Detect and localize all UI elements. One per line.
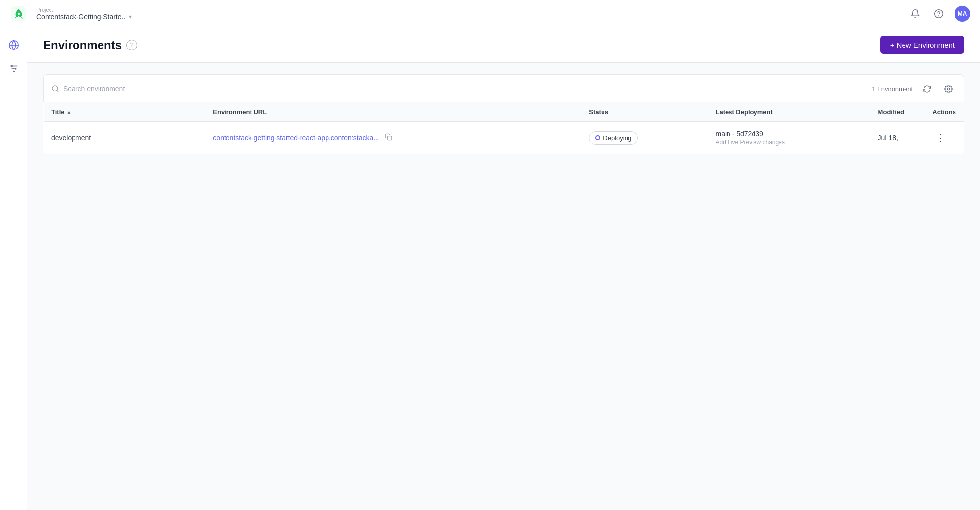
cell-modified: Jul 18, bbox=[870, 122, 925, 154]
page-header: Environments ? + New Environment bbox=[27, 27, 980, 63]
svg-point-12 bbox=[52, 86, 58, 91]
svg-point-14 bbox=[947, 88, 949, 90]
toolbar-right: 1 Environment bbox=[872, 81, 956, 97]
cell-url: contentstack-getting-started-react-app.c… bbox=[205, 122, 581, 154]
deployment-commit: main - 5d72d39 bbox=[715, 130, 862, 138]
project-label: Project bbox=[36, 7, 132, 13]
table-row: development contentstack-getting-started… bbox=[44, 122, 964, 154]
deployment-sub: Add Live Preview changes bbox=[715, 139, 862, 146]
search-input[interactable] bbox=[63, 85, 161, 93]
search-icon bbox=[51, 85, 59, 93]
status-badge: Deploying bbox=[589, 131, 638, 145]
th-status: Status bbox=[581, 102, 707, 122]
status-text: Deploying bbox=[603, 134, 631, 142]
help-icon[interactable]: ? bbox=[126, 40, 137, 50]
th-url: Environment URL bbox=[205, 102, 581, 122]
svg-rect-15 bbox=[388, 136, 392, 140]
deployment-info: main - 5d72d39 Add Live Preview changes bbox=[715, 130, 862, 146]
sort-arrow-icon: ▲ bbox=[67, 109, 72, 115]
sidebar-item-filters[interactable] bbox=[4, 59, 24, 78]
dropdown-arrow-icon: ▾ bbox=[129, 13, 132, 20]
cell-deployment: main - 5d72d39 Add Live Preview changes bbox=[707, 122, 870, 154]
row-actions-button[interactable]: ⋮ bbox=[932, 130, 949, 145]
svg-point-11 bbox=[13, 71, 15, 73]
nav-right: MA bbox=[907, 6, 970, 22]
th-deployment: Latest Deployment bbox=[707, 102, 870, 122]
svg-point-1 bbox=[18, 12, 20, 15]
table-header-row: Title ▲ Environment URL Status Latest De… bbox=[44, 102, 964, 122]
environments-table: Title ▲ Environment URL Status Latest De… bbox=[43, 102, 964, 154]
th-title[interactable]: Title ▲ bbox=[44, 102, 205, 122]
svg-point-9 bbox=[11, 65, 13, 67]
th-modified: Modified bbox=[870, 102, 925, 122]
notifications-button[interactable] bbox=[907, 6, 923, 22]
env-url-link[interactable]: contentstack-getting-started-react-app.c… bbox=[213, 134, 379, 142]
svg-point-2 bbox=[935, 9, 943, 18]
cell-title: development bbox=[44, 122, 205, 154]
main-layout: Environments ? + New Environment 1 Envir… bbox=[0, 27, 980, 510]
top-nav: Project Contentstack-Getting-Starte... ▾… bbox=[0, 0, 980, 27]
page-title-wrap: Environments ? bbox=[43, 38, 137, 52]
table-container: 1 Environment bbox=[27, 63, 980, 510]
status-dot-icon bbox=[595, 135, 600, 140]
url-cell: contentstack-getting-started-react-app.c… bbox=[213, 132, 573, 143]
table-toolbar: 1 Environment bbox=[43, 74, 964, 102]
project-name[interactable]: Contentstack-Getting-Starte... ▾ bbox=[36, 13, 132, 21]
new-environment-button[interactable]: + New Environment bbox=[880, 36, 964, 54]
cell-actions: ⋮ bbox=[925, 122, 964, 154]
project-info: Project Contentstack-Getting-Starte... ▾ bbox=[36, 7, 132, 21]
logo bbox=[10, 5, 27, 23]
refresh-button[interactable] bbox=[919, 81, 934, 97]
help-button[interactable] bbox=[931, 6, 947, 22]
sidebar-item-globe[interactable] bbox=[4, 35, 24, 55]
avatar[interactable]: MA bbox=[955, 6, 970, 22]
settings-button[interactable] bbox=[940, 81, 956, 97]
content-area: Environments ? + New Environment 1 Envir… bbox=[27, 27, 980, 510]
page-title: Environments bbox=[43, 38, 122, 52]
svg-point-10 bbox=[14, 68, 16, 70]
copy-url-button[interactable] bbox=[383, 132, 394, 143]
environment-count: 1 Environment bbox=[872, 85, 913, 93]
cell-status: Deploying bbox=[581, 122, 707, 154]
nav-left: Project Contentstack-Getting-Starte... ▾ bbox=[10, 5, 132, 23]
th-actions: Actions bbox=[925, 102, 964, 122]
svg-line-13 bbox=[57, 90, 58, 92]
search-wrap bbox=[51, 85, 161, 93]
sidebar bbox=[0, 27, 27, 510]
